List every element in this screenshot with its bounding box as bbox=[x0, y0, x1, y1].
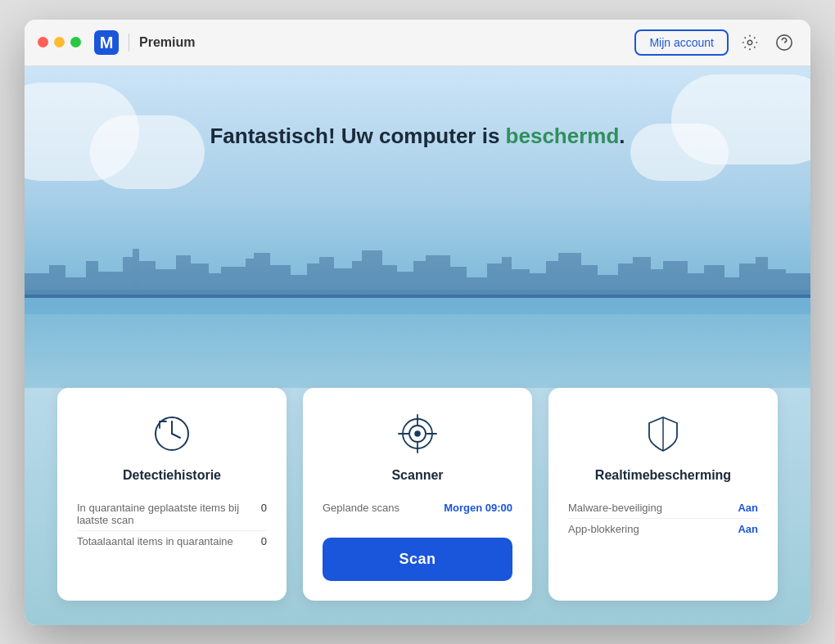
svg-rect-18 bbox=[254, 253, 270, 298]
svg-rect-24 bbox=[352, 261, 362, 298]
svg-rect-47 bbox=[739, 263, 756, 298]
svg-rect-38 bbox=[581, 265, 598, 298]
svg-rect-14 bbox=[191, 263, 209, 298]
svg-rect-15 bbox=[209, 273, 221, 298]
app-window: M Premium Mijn account bbox=[25, 20, 810, 625]
scanner-rows: Geplande scans Morgen 09:00 bbox=[323, 498, 512, 518]
svg-rect-22 bbox=[319, 257, 334, 298]
scan-button[interactable]: Scan bbox=[323, 538, 512, 581]
svg-rect-44 bbox=[688, 273, 704, 298]
realtime-value-1: Aan bbox=[738, 523, 758, 535]
app-title: Premium bbox=[139, 35, 195, 50]
svg-rect-12 bbox=[156, 269, 176, 298]
svg-rect-9 bbox=[123, 257, 133, 298]
realtime-rows: Malware-beveiliging Aan App-blokkering A… bbox=[568, 498, 758, 539]
svg-rect-11 bbox=[139, 261, 156, 298]
detection-rows: In quarantaine geplaatste items bij laat… bbox=[77, 498, 267, 552]
svg-rect-50 bbox=[786, 273, 810, 298]
hero-protected-text: beschermd bbox=[506, 124, 620, 148]
main-content: Fantastisch! Uw computer is beschermd. bbox=[25, 66, 810, 625]
logo-divider bbox=[129, 34, 129, 52]
scanner-title: Scanner bbox=[391, 468, 443, 483]
close-button[interactable] bbox=[38, 37, 48, 47]
logo: M Premium bbox=[94, 30, 634, 55]
target-icon bbox=[395, 411, 440, 457]
titlebar: M Premium Mijn account bbox=[25, 20, 810, 66]
svg-rect-29 bbox=[426, 255, 450, 298]
hero-period: . bbox=[619, 124, 625, 148]
svg-rect-25 bbox=[362, 250, 382, 298]
svg-text:M: M bbox=[100, 34, 114, 52]
minimize-button[interactable] bbox=[54, 37, 65, 47]
svg-rect-34 bbox=[512, 269, 530, 298]
svg-rect-30 bbox=[450, 267, 467, 298]
svg-rect-32 bbox=[487, 263, 502, 298]
svg-rect-41 bbox=[633, 257, 651, 298]
settings-icon bbox=[741, 34, 759, 52]
svg-rect-45 bbox=[704, 265, 724, 298]
svg-rect-16 bbox=[221, 267, 246, 298]
svg-rect-20 bbox=[291, 275, 307, 298]
svg-rect-4 bbox=[25, 273, 49, 298]
window-controls bbox=[38, 37, 81, 47]
svg-rect-39 bbox=[598, 275, 618, 298]
svg-rect-51 bbox=[25, 295, 810, 298]
svg-rect-43 bbox=[663, 261, 688, 298]
detection-value-0: 0 bbox=[261, 502, 267, 514]
svg-rect-17 bbox=[246, 259, 254, 298]
realtime-row-0: Malware-beveiliging Aan bbox=[568, 498, 758, 519]
hero-section: Fantastisch! Uw computer is beschermd. bbox=[25, 66, 810, 396]
scanner-row-0: Geplande scans Morgen 09:00 bbox=[323, 498, 512, 518]
detection-history-title: Detectiehistorie bbox=[123, 468, 221, 483]
svg-rect-35 bbox=[530, 273, 546, 298]
svg-rect-23 bbox=[334, 268, 352, 298]
svg-point-61 bbox=[415, 431, 420, 436]
cloud-decoration-4 bbox=[630, 124, 729, 181]
scanner-value-0: Morgen 09:00 bbox=[444, 502, 512, 514]
svg-point-2 bbox=[747, 40, 752, 45]
realtime-title: Realtimebescherming bbox=[595, 468, 731, 483]
realtime-protection-card: Realtimebescherming Malware-beveiliging … bbox=[548, 388, 778, 601]
svg-rect-19 bbox=[270, 265, 291, 298]
svg-rect-5 bbox=[49, 265, 65, 298]
malwarebytes-logo-icon: M bbox=[94, 30, 119, 55]
scanner-card: Scanner Geplande scans Morgen 09:00 Scan bbox=[303, 388, 532, 601]
clock-icon bbox=[149, 411, 195, 457]
svg-rect-49 bbox=[768, 269, 786, 298]
realtime-label-0: Malware-beveiliging bbox=[568, 502, 731, 514]
help-button[interactable] bbox=[771, 29, 797, 56]
svg-rect-10 bbox=[133, 249, 139, 298]
account-button[interactable]: Mijn account bbox=[634, 29, 729, 56]
svg-rect-37 bbox=[558, 253, 581, 298]
cityscape-decoration bbox=[25, 232, 810, 298]
detection-value-1: 0 bbox=[261, 535, 267, 547]
hero-plain-text: Fantastisch! Uw computer is bbox=[210, 124, 499, 148]
scanner-label-0: Geplande scans bbox=[323, 502, 437, 514]
svg-rect-48 bbox=[756, 257, 768, 298]
svg-rect-36 bbox=[546, 261, 558, 298]
detection-row-0: In quarantaine geplaatste items bij laat… bbox=[77, 498, 267, 531]
shield-icon bbox=[640, 411, 686, 457]
svg-rect-21 bbox=[307, 263, 319, 298]
svg-rect-28 bbox=[413, 261, 426, 298]
cloud-decoration-2 bbox=[90, 115, 205, 189]
svg-rect-26 bbox=[382, 265, 397, 298]
realtime-row-1: App-blokkering Aan bbox=[568, 519, 758, 539]
hero-headline: Fantastisch! Uw computer is beschermd. bbox=[210, 124, 625, 149]
svg-rect-42 bbox=[651, 269, 663, 298]
realtime-value-0: Aan bbox=[738, 502, 758, 514]
maximize-button[interactable] bbox=[70, 37, 81, 47]
detection-row-1: Totaalaantal items in quarantaine 0 bbox=[77, 531, 267, 552]
svg-rect-33 bbox=[502, 257, 512, 298]
detection-label-1: Totaalaantal items in quarantaine bbox=[77, 535, 255, 547]
detection-label-0: In quarantaine geplaatste items bij laat… bbox=[77, 502, 255, 526]
titlebar-actions: Mijn account bbox=[634, 29, 797, 56]
svg-rect-13 bbox=[176, 255, 191, 298]
settings-button[interactable] bbox=[737, 29, 763, 56]
svg-rect-40 bbox=[618, 263, 633, 298]
realtime-label-1: App-blokkering bbox=[568, 523, 731, 535]
help-icon bbox=[775, 34, 793, 52]
detection-history-card: Detectiehistorie In quarantaine geplaats… bbox=[57, 388, 287, 601]
svg-rect-7 bbox=[86, 261, 98, 298]
svg-rect-8 bbox=[98, 272, 123, 298]
